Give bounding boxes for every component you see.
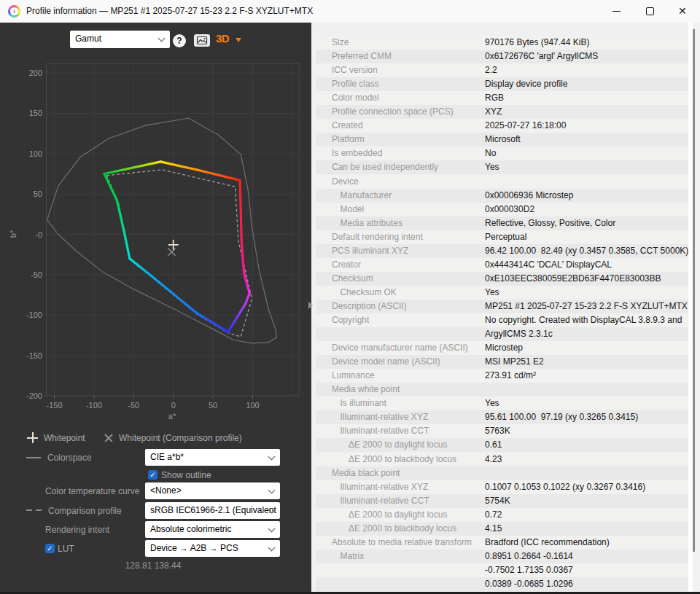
property-row[interactable]: ΔE 2000 to daylight locus0.61 [316,438,688,452]
property-row[interactable]: Description (ASCII)MP251 #1 2025-07-27 1… [316,300,688,313]
svg-text:100: 100 [246,401,259,410]
property-row[interactable]: ICC version2.2 [316,63,688,77]
property-row[interactable]: Checksum OKYes [316,286,688,300]
property-row[interactable]: ΔE 2000 to blackbody locus4.15 [316,522,688,536]
svg-text:-100: -100 [26,310,42,319]
property-value: Yes [485,160,499,174]
color-temperature-curve-select[interactable]: <None> [145,482,280,499]
scrollbar-thumb[interactable] [693,29,695,552]
chevron-down-icon [268,453,276,461]
property-value: 0.72 [485,508,502,522]
property-label: Media attributes [341,216,402,230]
property-row[interactable]: Media white point [316,383,688,396]
property-row[interactable]: Illuminant-relative CCT5763K [316,424,688,438]
minimize-button[interactable] [599,0,633,23]
property-row[interactable]: Can be used independentlyYes [316,160,688,174]
property-row[interactable]: Size970176 Bytes (947.44 KiB) [316,36,688,50]
chevron-down-icon [268,544,276,552]
property-label: Model [341,203,365,216]
colorspace-value: CIE a*b* [150,452,184,462]
property-value: Perceptual [485,230,526,244]
property-row[interactable]: Creator0x4443414C 'DCAL' DisplayCAL [316,258,688,272]
property-row[interactable]: Illuminant-relative XYZ0.1007 0.1053 0.1… [316,480,688,494]
svg-text:a*: a* [168,412,176,421]
comparison-profile-select[interactable]: sRGB IEC61966-2.1 (Equivalent [145,502,280,519]
property-label: Absolute to media relative transform [332,536,472,550]
property-row[interactable]: ArgyllCMS 2.3.1c [316,327,688,341]
profile-information-window: i Profile information — MP251 #1 2025-07… [0,0,700,594]
lut-direction-select[interactable]: Device → A2B → PCS [145,540,280,557]
property-label: Can be used independently [332,160,438,174]
property-row[interactable]: CopyrightNo copyright. Created with Disp… [316,313,688,327]
property-row[interactable]: Color modelRGB [316,91,688,105]
property-label: ΔE 2000 to blackbody locus [349,522,456,536]
show-outline-checkbox[interactable] [148,470,158,480]
property-label: Preferred CMM [332,50,392,63]
close-button[interactable]: ✕ [666,0,700,23]
property-row[interactable]: Default rendering intentPerceptual [316,230,688,244]
property-row[interactable]: Media attributesReflective, Glossy, Posi… [316,216,688,230]
property-value: Bradford (ICC recommendation) [485,536,610,550]
comparison-dash-icon [36,509,42,511]
property-row[interactable]: Is illuminantYes [316,396,688,410]
property-label: Luminance [332,369,375,383]
property-row[interactable]: Absolute to media relative transformBrad… [316,536,688,550]
save-image-button[interactable] [194,34,210,47]
property-value: 970176 Bytes (947.44 KiB) [485,36,589,50]
property-row[interactable]: Illuminant-relative XYZ95.61 100.00 97.1… [316,410,688,424]
property-row[interactable]: Media black point [316,466,688,480]
property-value: MP251 #1 2025-07-27 15-23 2.2 F-S XYZLUT… [485,300,688,313]
property-label: Color model [332,91,379,105]
lut-checkbox[interactable] [45,544,55,553]
property-row[interactable]: Is embeddedNo [316,146,688,160]
device-gamut-edge [240,180,241,241]
maximize-icon [646,7,654,15]
plot-type-select[interactable]: Gamut [70,31,170,48]
property-row[interactable]: ΔE 2000 to daylight locus0.72 [316,508,688,522]
property-label: Platform [332,133,365,146]
property-label: Device [332,175,359,189]
property-label: Illuminant-relative CCT [341,424,429,438]
property-value: 4.23 [485,453,502,466]
property-value: 5763K [485,424,510,438]
property-label: Device model name (ASCII) [332,355,440,369]
plot-type-value: Gamut [75,34,101,44]
property-row[interactable]: Device [316,175,688,189]
property-value: Reflective, Glossy, Positive, Color [485,216,615,230]
splitter-collapse-icon[interactable] [308,302,313,309]
property-value: 0.8951 0.2664 -0.1614 [485,550,573,563]
property-value: 2.2 [485,63,497,77]
colorspace-select[interactable]: CIE a*b* [145,449,280,466]
help-button[interactable]: ? [173,34,186,47]
property-row[interactable]: Model0x000030D2 [316,203,688,216]
property-value: 0.61 [485,438,502,452]
rendering-intent-select[interactable]: Absolute colorimetric [145,521,280,538]
rendering-intent-label: Rendering intent [45,525,109,535]
property-row[interactable]: PlatformMicrosoft [316,133,688,146]
property-row[interactable]: ΔE 2000 to blackbody locus4.23 [316,453,688,466]
whitepoint-marker-icon [27,432,38,443]
property-row[interactable]: Matrix0.8951 0.2664 -0.1614 [316,550,688,563]
3d-dropdown-arrow-icon[interactable] [236,38,241,42]
property-row[interactable]: -0.7502 1.7135 0.0367 [316,563,688,577]
property-value: 0x4443414C 'DCAL' DisplayCAL [485,258,612,272]
property-row[interactable]: Created2025-07-27 16:18:00 [316,119,688,133]
minimize-icon [612,11,621,12]
property-row[interactable]: Profile classDisplay device profile [316,77,688,91]
3d-view-button[interactable]: 3D [216,32,229,44]
property-row[interactable]: 0.0389 -0.0685 1.0296 [316,577,688,591]
comparison-dash-icon [26,509,32,511]
property-row[interactable]: Preferred CMM0x6172676C 'argl' ArgyllCMS [316,50,688,63]
property-row[interactable]: Luminance273.91 cd/m² [316,369,688,383]
maximize-button[interactable] [633,0,666,23]
property-row[interactable]: Manufacturer0x00006936 Microstep [316,189,688,203]
property-row[interactable]: Profile connection space (PCS)XYZ [316,105,688,119]
property-row[interactable]: Device manufacturer name (ASCII)Microste… [316,341,688,355]
property-value: 0x6172676C 'argl' ArgyllCMS [485,50,598,63]
property-row[interactable]: Illuminant-relative CCT5754K [316,494,688,508]
property-row[interactable]: PCS illuminant XYZ96.42 100.00 82.49 (xy… [316,244,688,258]
property-row[interactable]: Device model name (ASCII)MSI MP251 E2 [316,355,688,369]
property-row[interactable]: Checksum0xE103EEC380059E2BD63F4470E83003… [316,272,688,286]
whitepoint-legend-label: Whitepoint [44,433,85,443]
svg-text:-50: -50 [31,270,42,279]
